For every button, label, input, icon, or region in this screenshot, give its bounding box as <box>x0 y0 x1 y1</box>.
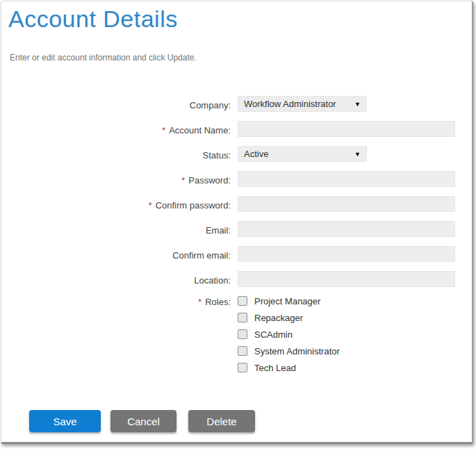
location-input[interactable] <box>238 271 455 287</box>
checkbox-repackager[interactable] <box>238 313 247 322</box>
confirm-password-input[interactable] <box>238 196 455 212</box>
role-option-project-manager: Project Manager <box>238 296 340 306</box>
form-row-confirm-email: Confirm email: <box>1 246 472 262</box>
password-label-text: Password: <box>188 175 231 186</box>
form-row-roles: *Roles: Project Manager Repackager SCAdm… <box>1 296 472 379</box>
checkbox-label: Repackager <box>254 313 303 323</box>
page-title: Account Details <box>8 6 178 33</box>
form-row-password: *Password: <box>1 171 472 187</box>
form-row-confirm-password: *Confirm password: <box>1 196 472 212</box>
confirm-password-label: *Confirm password: <box>1 197 231 211</box>
required-marker: * <box>198 297 202 307</box>
status-label: Status: <box>1 147 231 161</box>
cancel-button[interactable]: Cancel <box>110 410 177 432</box>
status-label-text: Status: <box>203 150 231 161</box>
location-label: Location: <box>1 272 231 286</box>
status-select-value: Active <box>244 149 268 159</box>
checkbox-label: System Administrator <box>254 346 340 356</box>
dropdown-arrow-icon: ▼ <box>354 101 361 107</box>
password-input[interactable] <box>238 171 455 187</box>
role-option-repackager: Repackager <box>238 313 340 322</box>
button-bar: Save Cancel Delete <box>29 410 255 432</box>
password-label: *Password: <box>1 172 231 186</box>
roles-checkbox-list: Project Manager Repackager SCAdmin Syste… <box>238 296 340 379</box>
account-name-label-text: Account Name: <box>169 125 231 136</box>
company-select-value: Workflow Administrator <box>244 99 336 109</box>
email-input[interactable] <box>238 221 455 237</box>
form-row-location: Location: <box>1 271 472 287</box>
page-subtitle: Enter or edit account information and cl… <box>10 53 197 63</box>
checkbox-label: Project Manager <box>254 296 320 306</box>
form-row-account-name: *Account Name: <box>1 121 472 137</box>
account-name-input[interactable] <box>238 121 455 137</box>
role-option-scadmin: SCAdmin <box>238 329 340 339</box>
account-details-panel: Account Details Enter or edit account in… <box>1 1 473 444</box>
account-name-label: *Account Name: <box>1 122 231 136</box>
delete-button[interactable]: Delete <box>188 410 255 432</box>
role-option-tech-lead: Tech Lead <box>238 363 340 372</box>
form-row-status: Status: Active ▼ <box>1 146 472 162</box>
required-marker: * <box>149 200 152 211</box>
required-marker: * <box>162 125 165 136</box>
checkbox-label: Tech Lead <box>254 363 296 373</box>
confirm-email-label: Confirm email: <box>1 247 231 261</box>
required-marker: * <box>181 175 185 186</box>
roles-label-text: Roles: <box>205 297 231 307</box>
checkbox-label: SCAdmin <box>254 329 293 340</box>
email-label-text: Email: <box>206 225 231 236</box>
dropdown-arrow-icon: ▼ <box>354 151 361 157</box>
confirm-password-label-text: Confirm password: <box>156 200 231 211</box>
company-label-text: Company: <box>190 100 231 110</box>
account-form: Company: Workflow Administrator ▼ *Accou… <box>1 96 472 388</box>
location-label-text: Location: <box>194 275 231 286</box>
save-button[interactable]: Save <box>29 410 101 432</box>
form-row-company: Company: Workflow Administrator ▼ <box>1 96 472 112</box>
confirm-email-label-text: Confirm email: <box>172 250 231 261</box>
roles-label: *Roles: <box>1 296 231 307</box>
checkbox-project-manager[interactable] <box>238 296 247 306</box>
checkbox-scadmin[interactable] <box>238 329 247 339</box>
checkbox-system-administrator[interactable] <box>238 346 247 356</box>
checkbox-tech-lead[interactable] <box>238 363 247 372</box>
confirm-email-input[interactable] <box>238 246 455 262</box>
company-label: Company: <box>1 97 231 110</box>
status-select[interactable]: Active ▼ <box>238 146 367 162</box>
role-option-system-administrator: System Administrator <box>238 346 340 356</box>
company-select[interactable]: Workflow Administrator ▼ <box>238 96 367 112</box>
email-label: Email: <box>1 222 231 236</box>
form-row-email: Email: <box>1 221 472 237</box>
